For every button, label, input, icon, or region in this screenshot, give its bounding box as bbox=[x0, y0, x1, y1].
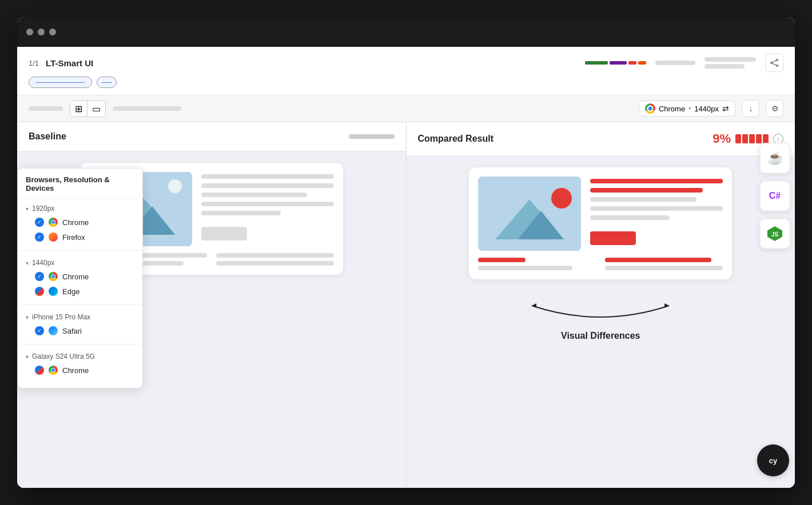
placeholder-box bbox=[201, 227, 247, 241]
chrome-icon-1920 bbox=[49, 218, 58, 227]
section-1920-header[interactable]: ▾ 1920px bbox=[18, 202, 142, 215]
chrome-icon bbox=[645, 103, 655, 114]
chrome-icon-1440 bbox=[49, 272, 58, 281]
tag-button-2[interactable]: ── bbox=[97, 77, 117, 88]
sidebar-section-1440: ▾ 1440px ✓ Chrome Edge bbox=[18, 253, 142, 302]
app-header: 1/1 LT-Smart UI bbox=[17, 47, 795, 95]
svg-point-1 bbox=[777, 65, 778, 67]
sidebar-item-safari-iphone[interactable]: ✓ Safari bbox=[18, 323, 142, 338]
share-button[interactable] bbox=[765, 54, 783, 72]
check-chrome-galaxy bbox=[35, 366, 44, 375]
download-button[interactable]: ↓ bbox=[742, 100, 759, 117]
sidebar-item-edge-1440[interactable]: Edge bbox=[18, 284, 142, 299]
visual-diff-arrow bbox=[526, 300, 675, 328]
header-row1: 1/1 LT-Smart UI bbox=[29, 54, 783, 72]
edge-icon-1440 bbox=[49, 287, 58, 296]
app-window: 1/1 LT-Smart UI bbox=[17, 17, 795, 488]
text-line-cb2 bbox=[478, 266, 572, 270]
chevron-1440: ▾ bbox=[26, 260, 29, 266]
chevron-iphone: ▾ bbox=[26, 314, 29, 320]
java-icon-box[interactable]: ☕ bbox=[759, 143, 790, 174]
check-firefox-1920: ✓ bbox=[35, 233, 44, 242]
sidebar-section-galaxy: ▾ Galaxy S24 Ultra 5G Chrome bbox=[18, 347, 142, 381]
svg-line-4 bbox=[772, 63, 776, 65]
diff-line-1 bbox=[590, 179, 723, 183]
sidebar-popup: Browsers, Resolution & Devices ▾ 1920px … bbox=[17, 168, 143, 388]
bottom-line-4 bbox=[216, 261, 334, 266]
compared-title: Compared Result bbox=[418, 134, 493, 144]
compared-panel: Compared Result 9% i bbox=[407, 122, 795, 488]
sidebar-item-chrome-galaxy[interactable]: Chrome bbox=[18, 363, 142, 378]
header-right bbox=[585, 54, 783, 72]
diff-percent: 9% bbox=[713, 131, 731, 146]
nodejs-icon: JS bbox=[766, 225, 783, 242]
section-galaxy-header[interactable]: ▾ Galaxy S24 Ultra 5G bbox=[18, 350, 142, 363]
view-toggle[interactable]: ⊞ ▭ bbox=[70, 101, 106, 117]
section-iphone-header[interactable]: ▾ iPhone 15 Pro Max bbox=[18, 311, 142, 323]
check-chrome-1920: ✓ bbox=[35, 218, 44, 227]
diff-bar-1 bbox=[735, 134, 741, 143]
baseline-text-lines bbox=[201, 172, 334, 246]
sidebar-section-iphone: ▾ iPhone 15 Pro Max ✓ Safari bbox=[18, 307, 142, 342]
compared-mountain-svg bbox=[478, 177, 581, 251]
color-seg-1 bbox=[585, 61, 608, 65]
toolbar: ⊞ ▭ Chrome • 1440px ⇄ ↓ ⚙ bbox=[17, 95, 795, 122]
settings-button[interactable]: ⚙ bbox=[766, 100, 783, 117]
sidebar-item-chrome-1440[interactable]: ✓ Chrome bbox=[18, 269, 142, 284]
browser-name: Chrome bbox=[659, 105, 685, 113]
titlebar-dot-2 bbox=[38, 29, 45, 35]
color-seg-3 bbox=[628, 61, 636, 65]
svg-point-2 bbox=[771, 62, 773, 64]
page-title: LT-Smart UI bbox=[46, 58, 93, 68]
compared-text-lines bbox=[590, 177, 723, 251]
compared-bottom-lines bbox=[478, 258, 723, 270]
text-line-1 bbox=[201, 174, 334, 179]
text-line-c4 bbox=[590, 206, 723, 211]
compared-image bbox=[478, 177, 581, 251]
header-pill-2 bbox=[704, 57, 756, 62]
svg-marker-12 bbox=[532, 303, 536, 308]
toolbar-pill-1 bbox=[29, 106, 63, 111]
header-row2: ────────── ── bbox=[29, 77, 783, 88]
compared-panel-header: Compared Result 9% i bbox=[407, 122, 795, 156]
view-single-button[interactable]: ▭ bbox=[87, 101, 105, 117]
svg-marker-13 bbox=[664, 303, 669, 308]
browser-resolution: 1440px bbox=[694, 105, 719, 113]
color-seg-2 bbox=[610, 61, 627, 65]
chevron-1920: ▾ bbox=[26, 206, 29, 212]
toolbar-pill-2 bbox=[113, 106, 181, 111]
divider-3 bbox=[18, 344, 142, 344]
share-icon bbox=[770, 58, 779, 67]
firefox-icon-1920 bbox=[49, 233, 58, 242]
view-split-button[interactable]: ⊞ bbox=[70, 101, 87, 117]
tag-button-1[interactable]: ────────── bbox=[29, 77, 92, 88]
titlebar-dot-1 bbox=[26, 29, 33, 35]
text-line-3 bbox=[201, 193, 308, 197]
text-line-2 bbox=[201, 183, 334, 188]
visual-diff-label: Visual Differences bbox=[561, 331, 640, 341]
section-iphone-label: iPhone 15 Pro Max bbox=[32, 313, 90, 321]
visual-diff-section: Visual Differences bbox=[407, 291, 795, 346]
compared-screenshot bbox=[469, 167, 732, 279]
svg-line-3 bbox=[772, 61, 776, 62]
check-chrome-1440: ✓ bbox=[35, 272, 44, 281]
section-1440-header[interactable]: ▾ 1440px bbox=[18, 256, 142, 269]
sidebar-item-chrome-1920[interactable]: ✓ Chrome bbox=[18, 215, 142, 230]
check-safari-iphone: ✓ bbox=[35, 326, 44, 335]
text-line-c5 bbox=[590, 215, 670, 220]
nodejs-icon-box[interactable]: JS bbox=[759, 218, 790, 249]
cypress-icon[interactable]: cy bbox=[757, 444, 789, 476]
cypress-label: cy bbox=[769, 456, 777, 465]
text-line-c3 bbox=[590, 197, 696, 202]
section-1920-label: 1920px bbox=[32, 205, 54, 213]
browser-selector[interactable]: Chrome • 1440px ⇄ bbox=[639, 101, 735, 117]
csharp-icon-box[interactable]: C# bbox=[759, 181, 790, 211]
csharp-icon: C# bbox=[769, 191, 781, 201]
compared-bottom-1 bbox=[478, 258, 596, 270]
diff-box bbox=[590, 231, 636, 245]
sidebar-item-firefox-1920[interactable]: ✓ Firefox bbox=[18, 230, 142, 245]
firefox-1920-label: Firefox bbox=[62, 233, 85, 242]
compared-bottom-2 bbox=[605, 258, 723, 270]
header-pill-3 bbox=[704, 64, 745, 69]
sidebar-section-1920: ▾ 1920px ✓ Chrome ✓ Firefox bbox=[18, 199, 142, 248]
